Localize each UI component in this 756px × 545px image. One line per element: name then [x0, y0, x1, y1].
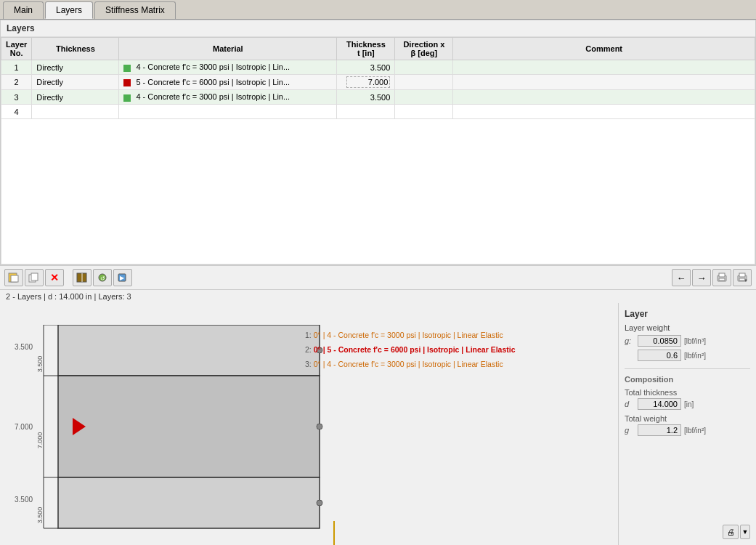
ref2-button[interactable]: ▶ [113, 269, 132, 286]
svg-text:3.500: 3.500 [36, 356, 44, 373]
table-row[interactable]: 3 Directly 4 - Concrete f'c = 3000 psi |… [1, 90, 755, 105]
book-button[interactable] [73, 269, 92, 286]
layer-section-title: Layer [625, 309, 750, 319]
svg-rect-17 [58, 325, 320, 376]
layers-table: LayerNo. Thickness Material Thicknesst [… [1, 37, 755, 119]
g-total-field: g [lbf/in²] [625, 424, 750, 436]
d-field: d [in] [625, 398, 750, 410]
mat-color-icon [123, 94, 131, 102]
svg-text:▶: ▶ [120, 275, 125, 281]
g-unit: [lbf/in³] [684, 337, 706, 345]
svg-rect-11 [719, 273, 725, 277]
tab-stiffness[interactable]: Stiffness Matrix [94, 1, 176, 19]
toolbar-right: ← → ▼ [672, 269, 752, 286]
g-total-label: g [625, 426, 635, 435]
d-unit: [in] [684, 400, 694, 408]
delete-button[interactable]: ✕ [45, 269, 64, 286]
table-row[interactable]: 4 [1, 105, 755, 119]
copy-button[interactable] [25, 269, 44, 286]
arrow-left-button[interactable]: ← [672, 269, 691, 286]
col-header-thickness: Thickness [32, 38, 119, 60]
thickness-input-2[interactable] [346, 76, 390, 88]
panel-print-dropdown[interactable]: ▼ [740, 525, 750, 539]
svg-point-27 [317, 500, 322, 506]
canvas-area: 3.500 7.000 3.500 [0, 303, 618, 545]
tab-layers[interactable]: Layers [45, 1, 93, 19]
g-field: g: [lbf/in³] [625, 335, 750, 347]
table-row[interactable]: 1 Directly 4 - Concrete f'c = 3000 psi |… [1, 60, 755, 75]
g2-unit: [lbf/in²] [684, 352, 706, 360]
g2-field: [lbf/in²] [638, 350, 750, 361]
print-area: 🖨 ▼ [723, 525, 750, 539]
g-total-input[interactable] [638, 424, 681, 436]
mat-color-icon [123, 79, 131, 86]
mat-color-icon [123, 65, 131, 72]
ref1-button[interactable]: ↺ [93, 269, 112, 286]
toolbar: ✕ ↺ ▶ ← → ▼ [0, 265, 756, 290]
g2-input[interactable] [638, 350, 681, 361]
svg-text:3.500: 3.500 [36, 507, 44, 524]
col-header-thickness-val: Thicknesst [in] [337, 38, 395, 60]
svg-rect-18 [58, 376, 320, 477]
right-panel: Layer Layer weight g: [lbf/in³] [lbf/in²… [618, 303, 756, 545]
svg-rect-1 [11, 275, 18, 282]
g-label: g: [625, 336, 635, 345]
col-header-material: Material [119, 38, 337, 60]
table-row[interactable]: 2 Directly 5 - Concrete f'c = 6000 psi |… [1, 75, 755, 90]
svg-rect-3 [31, 273, 38, 280]
svg-rect-12 [719, 278, 725, 280]
svg-text:7.000: 7.000 [36, 432, 44, 449]
legend-2: 2: 0° | 5 - Concrete f'c = 6000 psi | Is… [305, 343, 516, 358]
status-bar: 2 - Layers | d : 14.000 in | Layers: 3 [0, 290, 756, 303]
bottom-panel: 3.500 7.000 3.500 [0, 303, 756, 545]
panel-print-button[interactable]: 🖨 [723, 525, 739, 539]
svg-text:▼: ▼ [744, 278, 748, 283]
total-thickness-label: Total thickness [625, 388, 750, 397]
g-total-unit: [lbf/in²] [684, 427, 706, 435]
svg-text:↺: ↺ [100, 275, 105, 282]
svg-rect-14 [739, 273, 745, 277]
col-header-direction: Direction xβ [deg] [395, 38, 453, 60]
svg-point-26 [317, 424, 322, 429]
layer-weight-label: Layer weight [625, 323, 750, 332]
composition-title: Composition [625, 375, 750, 384]
print2-button[interactable]: ▼ [733, 269, 752, 286]
status-text: 2 - Layers | d : 14.000 in | Layers: 3 [6, 292, 131, 301]
panel-title: Layers [1, 20, 755, 37]
layer-legend: 1: 0° | 4 - Concrete f'c = 3000 psi | Is… [305, 328, 516, 372]
tab-bar: Main Layers Stiffness Matrix [0, 0, 756, 20]
legend-3: 3: 0° | 4 - Concrete f'c = 3000 psi | Is… [305, 358, 516, 372]
svg-rect-19 [58, 477, 320, 528]
tab-main[interactable]: Main [3, 1, 44, 19]
d-label: d [625, 400, 635, 408]
col-header-no: LayerNo. [1, 38, 32, 60]
total-weight-label: Total weight [625, 414, 750, 423]
total-thickness-row: Total thickness d [in] [625, 388, 750, 410]
empty-rows-area [1, 119, 755, 265]
g-input[interactable] [638, 335, 681, 347]
arrow-right-button[interactable]: → [692, 269, 711, 286]
layers-panel: Layers LayerNo. Thickness Material Thick… [0, 20, 756, 265]
col-header-comment: Comment [453, 38, 755, 60]
legend-1: 1: 0° | 4 - Concrete f'c = 3000 psi | Is… [305, 328, 516, 343]
total-weight-row: Total weight g [lbf/in²] [625, 414, 750, 436]
d-input[interactable] [638, 398, 681, 410]
new-button[interactable] [4, 269, 23, 286]
section-divider [625, 368, 750, 369]
print1-button[interactable] [712, 269, 731, 286]
toolbar-left: ✕ ↺ ▶ [4, 269, 132, 286]
